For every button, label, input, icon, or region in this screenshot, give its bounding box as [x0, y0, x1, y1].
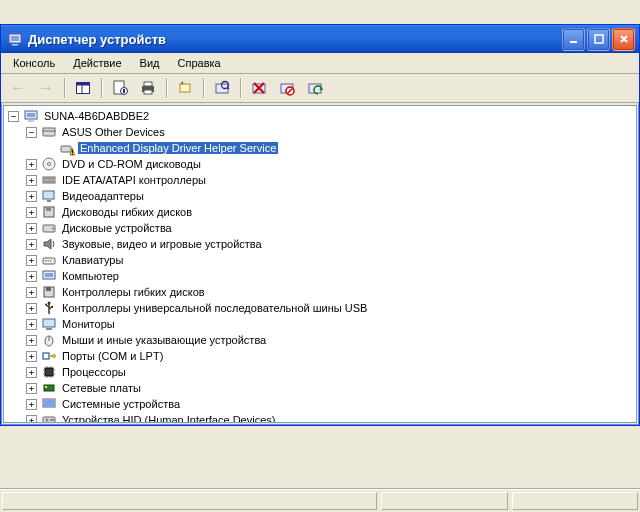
- svg-rect-43: [46, 207, 51, 211]
- expand-icon[interactable]: +: [26, 271, 37, 282]
- expand-icon[interactable]: +: [26, 175, 37, 186]
- expand-icon[interactable]: +: [26, 207, 37, 218]
- expand-icon[interactable]: +: [26, 223, 37, 234]
- expand-icon[interactable]: +: [26, 399, 37, 410]
- expand-icon[interactable]: +: [26, 415, 37, 424]
- expand-icon[interactable]: +: [26, 383, 37, 394]
- disable-icon: [279, 80, 295, 96]
- svg-rect-1: [11, 36, 19, 41]
- svg-rect-14: [144, 82, 152, 86]
- toolbar-separator: [240, 78, 241, 98]
- window-title: Диспетчер устройств: [28, 32, 562, 47]
- tree-category[interactable]: +Системные устройства: [26, 396, 636, 412]
- show-hide-tree-button[interactable]: [70, 75, 96, 101]
- toolbar-separator: [166, 78, 167, 98]
- expand-icon[interactable]: +: [26, 191, 37, 202]
- svg-rect-57: [43, 319, 55, 327]
- svg-rect-61: [43, 353, 49, 359]
- tree-category[interactable]: +Дисковые устройства: [26, 220, 636, 236]
- display-adapter-icon: [41, 188, 57, 204]
- tree-category[interactable]: +Сетевые платы: [26, 380, 636, 396]
- toolbar: ← →: [1, 74, 639, 103]
- svg-point-54: [48, 302, 51, 305]
- statusbar: [0, 489, 640, 512]
- properties-icon: [112, 80, 128, 96]
- expand-icon[interactable]: +: [26, 287, 37, 298]
- status-pane: [512, 492, 638, 510]
- update-driver-button[interactable]: [302, 75, 328, 101]
- collapse-icon[interactable]: −: [8, 111, 19, 122]
- menu-action[interactable]: Действие: [65, 55, 129, 71]
- collapse-icon[interactable]: −: [26, 127, 37, 138]
- svg-rect-39: [44, 181, 54, 183]
- uninstall-button[interactable]: [246, 75, 272, 101]
- tree-category[interactable]: +Мыши и иные указывающие устройства: [26, 332, 636, 348]
- expand-icon[interactable]: +: [26, 255, 37, 266]
- close-button[interactable]: [612, 28, 635, 51]
- tree-category[interactable]: +Процессоры: [26, 364, 636, 380]
- scan-hardware-button[interactable]: [209, 75, 235, 101]
- floppy-controller-icon: [41, 284, 57, 300]
- expand-icon[interactable]: +: [26, 239, 37, 250]
- expand-icon[interactable]: +: [26, 159, 37, 170]
- expand-icon[interactable]: +: [26, 351, 37, 362]
- tree-category[interactable]: +IDE ATA/ATAPI контроллеры: [26, 172, 636, 188]
- disable-button[interactable]: [274, 75, 300, 101]
- tree-category[interactable]: +Устройства HID (Human Interface Devices…: [26, 412, 636, 423]
- svg-rect-37: [43, 177, 55, 183]
- svg-rect-51: [45, 273, 53, 277]
- printer-icon: [140, 80, 156, 96]
- svg-rect-31: [43, 128, 55, 131]
- device-label: Enhanced Display Driver Helper Service: [78, 142, 278, 154]
- expand-icon[interactable]: +: [26, 303, 37, 314]
- warning-device-icon: !: [59, 140, 75, 156]
- tree-root[interactable]: − SUNA-4B6DABDBE2: [8, 108, 636, 124]
- svg-rect-49: [50, 260, 52, 262]
- svg-point-45: [52, 228, 54, 230]
- svg-rect-32: [61, 146, 71, 152]
- tree-category[interactable]: +Мониторы: [26, 316, 636, 332]
- properties-button[interactable]: [107, 75, 133, 101]
- tree-category[interactable]: +Контроллеры гибких дисков: [26, 284, 636, 300]
- menu-console[interactable]: Консоль: [5, 55, 63, 71]
- tree-category[interactable]: − ASUS Other Devices: [26, 124, 636, 140]
- ports-icon: [41, 348, 57, 364]
- tree-category[interactable]: +Контроллеры универсальной последователь…: [26, 300, 636, 316]
- tree-category[interactable]: +Видеоадаптеры: [26, 188, 636, 204]
- svg-rect-4: [595, 35, 603, 43]
- status-pane: [381, 492, 507, 510]
- menu-help[interactable]: Справка: [170, 55, 229, 71]
- svg-rect-38: [44, 178, 54, 180]
- ide-icon: [41, 172, 57, 188]
- svg-rect-2: [12, 44, 18, 46]
- tree-category[interactable]: +Компьютер: [26, 268, 636, 284]
- mouse-icon: [41, 332, 57, 348]
- tree-category[interactable]: +Звуковые, видео и игровые устройства: [26, 236, 636, 252]
- minimize-button[interactable]: [562, 28, 585, 51]
- print-button[interactable]: [135, 75, 161, 101]
- titlebar[interactable]: Диспетчер устройств: [1, 25, 639, 53]
- svg-point-36: [48, 163, 51, 166]
- tree-device-selected[interactable]: ! Enhanced Display Driver Helper Service: [44, 140, 636, 156]
- svg-rect-41: [47, 200, 51, 202]
- toolbar-separator: [64, 78, 65, 98]
- usb-icon: [41, 300, 57, 316]
- maximize-button[interactable]: [587, 28, 610, 51]
- hid-icon: [41, 412, 57, 423]
- nav-back-button[interactable]: ←: [5, 75, 31, 101]
- expand-icon[interactable]: +: [26, 367, 37, 378]
- expand-icon[interactable]: +: [26, 319, 37, 330]
- expand-icon[interactable]: +: [26, 335, 37, 346]
- nav-forward-button[interactable]: →: [33, 75, 59, 101]
- refresh-icon: [177, 80, 193, 96]
- tree-category[interactable]: +Дисководы гибких дисков: [26, 204, 636, 220]
- monitor-icon: [41, 316, 57, 332]
- device-tree-pane[interactable]: − SUNA-4B6DABDBE2 − ASUS Other Devices: [3, 105, 637, 423]
- tree-category[interactable]: +Клавиатуры: [26, 252, 636, 268]
- tree-category[interactable]: +DVD и CD-ROM дисководы: [26, 156, 636, 172]
- svg-rect-78: [50, 419, 54, 421]
- svg-rect-48: [48, 260, 50, 262]
- refresh-button[interactable]: [172, 75, 198, 101]
- tree-category[interactable]: +Порты (COM и LPT): [26, 348, 636, 364]
- menu-view[interactable]: Вид: [132, 55, 168, 71]
